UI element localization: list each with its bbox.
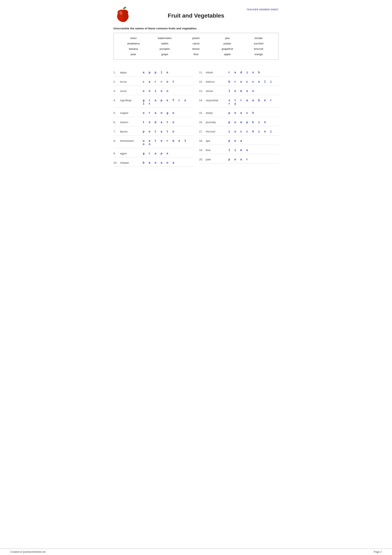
scrambled-word: iobloccr (206, 80, 228, 83)
answer-word: p o t a t o (143, 130, 175, 133)
scrambled-word: ilme (206, 149, 228, 152)
word-bank-item: pear (118, 52, 149, 57)
scrambled-word: piunmkp (206, 121, 228, 124)
word-bank-item: pea (212, 36, 243, 41)
answer-word: b r o c c o l i (228, 80, 273, 83)
question-number: 1. (114, 71, 120, 74)
word-bank-item: lemon (180, 47, 212, 51)
question-row: 3.onnoio n i o n (114, 86, 193, 95)
word-bank-item: onion (118, 36, 149, 41)
word-bank-item: broccoli (243, 47, 274, 51)
question-number: 5. (114, 111, 120, 115)
answer-word: l e m o n (228, 89, 255, 93)
questions-right-column: 11.ridsahr a d i s h12.iobloccrb r o c c… (199, 67, 279, 167)
answer-word: p e a (228, 139, 243, 143)
answer-word: p e a r (228, 158, 249, 161)
word-bank-item: watermelon (149, 36, 180, 41)
question-number: 6. (114, 121, 120, 124)
word-bank-item: grape (149, 52, 180, 57)
scrambled-word: iugrrtfeap (120, 99, 143, 102)
question-number: 8. (114, 139, 120, 142)
scrambled-word: paer (206, 158, 228, 161)
scrambled-word: agpre (120, 152, 143, 155)
word-bank-item: orange (243, 52, 274, 57)
word-bank-column: watermelonradishpumpkingrape (149, 36, 180, 57)
word-bank-item: strawberry (118, 41, 149, 46)
question-row: 18.apep e a (199, 136, 279, 145)
question-row: 2.tocrarc a r r o t (114, 76, 193, 86)
teacher-answer-label: TEACHER ANSWER SHEET (247, 8, 278, 11)
scrambled-word: nhcciuzi (206, 130, 228, 133)
question-row: 6.totaomt o m a t o (114, 117, 193, 126)
question-row: 19.ilmel i m e (199, 145, 279, 154)
answer-word: p e a c h (228, 111, 255, 115)
question-number: 11. (199, 71, 206, 74)
question-number: 10. (114, 161, 120, 164)
question-number: 20. (199, 158, 206, 161)
answer-word: b a n a n a (143, 161, 175, 164)
answer-word: p u m p k i n (228, 121, 267, 124)
question-row: 5.ongearo r a n g e (114, 108, 193, 117)
answer-word: o n i o n (143, 89, 170, 93)
question-row: 11.ridsahr a d i s h (199, 67, 279, 76)
scrambled-word: totaom (120, 121, 143, 124)
answer-word: l i m e (228, 149, 249, 152)
question-number: 4. (114, 99, 120, 102)
answer-word: s t r a w b e r r y (228, 99, 279, 105)
word-bank-item: carrot (180, 41, 212, 46)
apple-icon (114, 6, 132, 25)
word-bank-item: radish (149, 41, 180, 46)
word-bank: onionstrawberrybananapearwatermelonradis… (114, 33, 279, 60)
question-number: 13. (199, 89, 206, 93)
word-bank-item: grapefruit (212, 47, 243, 51)
word-bank-column: tomatozucchinibroccoliorange (243, 36, 274, 57)
scrambled-word: nbaaan (120, 161, 143, 164)
question-row: 4.iugrrtfeapg r a p e f r u i t (114, 95, 193, 108)
scrambled-word: elppa (120, 71, 143, 74)
scrambled-word: ridsah (206, 71, 228, 74)
scrambled-word: ape (206, 139, 228, 142)
question-number: 15. (199, 111, 206, 115)
instructions: Unscramble the names of these common fru… (114, 27, 279, 30)
answer-word: c a r r o t (143, 80, 175, 83)
questions-left-column: 1.elppaa p p l e2.tocrarc a r r o t3.onn… (114, 67, 193, 167)
question-row: 13.olnmel e m o n (199, 86, 279, 95)
question-row: 16.piunmkpp u m p k i n (199, 117, 279, 126)
answer-word: a p p l e (143, 71, 170, 74)
question-row: 20.paerp e a r (199, 154, 279, 163)
page-title: Fruit and Vegetables (168, 12, 224, 19)
word-bank-column: peapotatograpefruitapple (212, 36, 243, 57)
question-row: 1.elppaa p p l e (114, 67, 193, 76)
question-number: 16. (199, 121, 206, 124)
answer-word: g r a p e f r u i t (143, 99, 193, 105)
page-header: TEACHER ANSWER SHEET Fruit and Vegetable… (114, 6, 279, 21)
word-bank-item: apple (212, 52, 243, 57)
answer-word: g r a p e (143, 152, 170, 155)
question-number: 3. (114, 89, 120, 93)
question-row: 8.tnlreoewamw a t e r m e l o n (114, 136, 193, 148)
scrambled-word: onnoi (120, 89, 143, 93)
question-row: 7.ttpooap o t a t o (114, 126, 193, 136)
question-row: 10.nbaaanb a n a n a (114, 157, 193, 167)
word-bank-column: onionstrawberrybananapear (118, 36, 149, 57)
word-bank-item: tomato (243, 36, 274, 41)
question-number: 7. (114, 130, 120, 133)
answer-word: o r a n g e (143, 111, 175, 115)
question-row: 9.agpreg r a p e (114, 148, 193, 157)
scrambled-word: tnlreoewam (120, 139, 143, 142)
questions-grid: 1.elppaa p p l e2.tocrarc a r r o t3.onn… (114, 67, 279, 167)
word-bank-column: peachcarrotlemonlime (180, 36, 212, 57)
question-number: 17. (199, 130, 206, 133)
scrambled-word: ttpooa (120, 130, 143, 133)
scrambled-word: ahepc (206, 111, 228, 115)
question-row: 12.iobloccrb r o c c o l i (199, 76, 279, 86)
answer-word: t o m a t o (143, 121, 175, 124)
word-bank-item: lime (180, 52, 212, 57)
question-number: 14. (199, 99, 206, 102)
word-bank-item: pumpkin (149, 47, 180, 51)
answer-word: w a t e r m e l o n (143, 139, 193, 146)
question-row: 15.ahepcp e a c h (199, 108, 279, 117)
question-number: 12. (199, 80, 206, 83)
scrambled-word: olnme (206, 89, 228, 93)
answer-word: z u c c h i n i (228, 130, 273, 133)
